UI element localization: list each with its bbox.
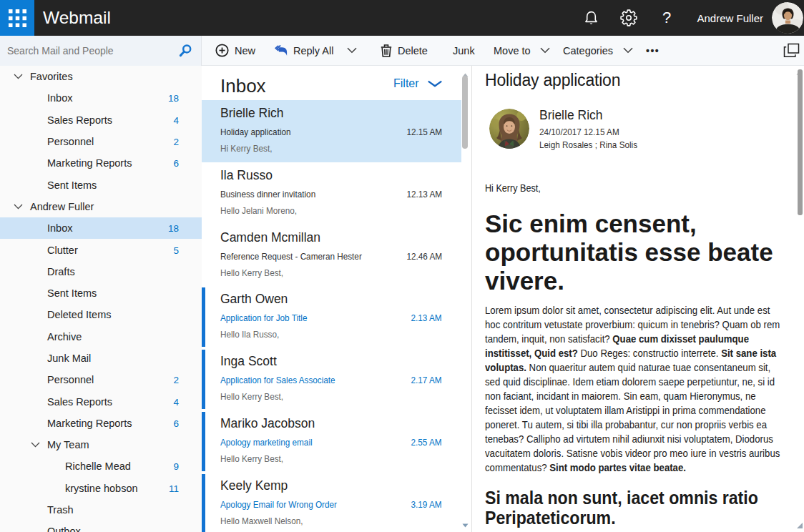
sender-avatar[interactable] — [489, 109, 529, 149]
move-to-label: Move to — [494, 45, 531, 56]
grid-icon — [8, 9, 27, 28]
junk-button[interactable]: Junk — [453, 36, 475, 65]
notifications-button[interactable] — [579, 0, 603, 36]
app-launcher-button[interactable] — [0, 0, 34, 36]
reading-pane-toggle[interactable] — [783, 36, 800, 65]
scrollbar-thumb[interactable] — [798, 69, 803, 215]
scrollbar-thumb[interactable] — [462, 76, 468, 149]
reading-scrollbar[interactable] — [796, 66, 804, 532]
message-recipients: Leigh Rosales ; Rina Solis — [539, 139, 637, 150]
sidebar-item-sales-reports[interactable]: Sales Reports 4 — [0, 390, 202, 412]
app-title: Webmail — [43, 0, 111, 36]
sidebar-item-personnel[interactable]: Personnel 2 — [0, 369, 202, 390]
scroll-down-icon[interactable] — [462, 518, 469, 531]
sidebar-section-favorites[interactable]: Favorites — [0, 66, 202, 87]
unread-count: 4 — [173, 114, 179, 125]
unread-count: 11 — [169, 483, 179, 493]
email-subject: Holiday application — [485, 71, 620, 90]
filter-label: Filter — [393, 77, 419, 90]
message-datetime: 24/10/2017 12.15 AM — [539, 127, 619, 137]
unread-count: 2 — [173, 375, 179, 385]
settings-button[interactable] — [617, 0, 641, 36]
sidebar-item-inbox[interactable]: Inbox 18 — [0, 217, 202, 239]
categories-label: Categories — [563, 45, 613, 56]
message-list-pane: Inbox Filter Brielle Rich Holiday applic… — [202, 66, 472, 532]
sidebar-item-outbox[interactable]: Outbox — [0, 521, 202, 532]
webmail-app: Webmail ? Andrew Fuller — [0, 0, 804, 532]
sidebar-item-sent-items[interactable]: Sent Items — [0, 282, 202, 304]
search-icon — [177, 43, 193, 59]
sidebar-item-richelle-mead[interactable]: Richelle Mead 9 — [0, 455, 202, 477]
junk-label: Junk — [453, 45, 475, 56]
resize-grip-icon — [797, 518, 803, 531]
list-scrollbar[interactable] — [461, 67, 469, 531]
sidebar-item-favorites-marketing-reports[interactable]: Marketing Reports 6 — [0, 152, 202, 174]
unread-indicator — [202, 474, 205, 532]
chevron-down-icon — [347, 47, 357, 54]
chevron-down-icon — [540, 47, 550, 54]
user-avatar-photo — [772, 2, 803, 34]
reply-all-button[interactable]: Reply All — [275, 36, 357, 65]
sidebar-item-archive[interactable]: Archive — [0, 326, 202, 348]
message-row-mariko-jacobson[interactable]: Mariko Jacobson Apology marketing email … — [202, 410, 461, 473]
message-row-inga-scott[interactable]: Inga Scott Application for Sales Associa… — [202, 348, 461, 410]
reply-all-dropdown[interactable] — [347, 47, 357, 54]
plus-circle-icon — [215, 44, 229, 57]
sender-avatar-photo — [489, 109, 529, 149]
chevron-down-icon[interactable] — [14, 74, 23, 79]
top-bar: Webmail ? Andrew Fuller — [0, 0, 804, 36]
message-row-garth-owen[interactable]: Garth Owen Application for Job Title 2.1… — [202, 286, 461, 348]
message-row-ila-russo[interactable]: Ila Russo Business dinner invitation 12.… — [202, 162, 461, 225]
unread-count: 18 — [168, 223, 179, 234]
overlap-windows-icon — [783, 43, 800, 58]
categories-dropdown[interactable] — [623, 47, 633, 54]
categories-button[interactable]: Categories — [563, 36, 633, 65]
sidebar-item-junk-mail[interactable]: Junk Mail — [0, 348, 202, 369]
new-button[interactable]: New — [215, 36, 255, 65]
unread-count: 9 — [173, 461, 179, 472]
sender-name[interactable]: Brielle Rich — [539, 108, 603, 123]
sidebar-item-krystine-hobson[interactable]: krystine hobson 11 — [0, 478, 202, 499]
sidebar-item-trash[interactable]: Trash — [0, 499, 202, 521]
search-button[interactable] — [170, 36, 201, 66]
chevron-down-icon[interactable] — [31, 442, 40, 448]
sidebar-section-andrew-fuller[interactable]: Andrew Fuller — [0, 196, 202, 217]
delete-button[interactable]: Delete — [381, 36, 428, 65]
message-row-brielle-rich[interactable]: Brielle Rich Holiday application 12.15 A… — [202, 100, 461, 162]
unread-count: 6 — [173, 158, 179, 169]
folder-sidebar: Favorites Inbox 18 Sales Reports 4 Perso… — [0, 66, 202, 532]
move-to-button[interactable]: Move to — [494, 36, 550, 65]
reading-pane: Holiday application — [473, 66, 804, 532]
message-row-keely-kemp[interactable]: Keely Kemp Apology Email for Wrong Order… — [202, 473, 461, 532]
move-to-dropdown[interactable] — [540, 47, 550, 54]
sidebar-item-deleted-items[interactable]: Deleted Items — [0, 304, 202, 325]
sidebar-item-drafts[interactable]: Drafts — [0, 261, 202, 282]
unread-indicator — [202, 412, 205, 471]
search-input[interactable]: Search Mail and People — [7, 45, 170, 56]
help-button[interactable]: ? — [655, 0, 679, 36]
sidebar-item-marketing-reports[interactable]: Marketing Reports 6 — [0, 413, 202, 434]
sidebar-item-clutter[interactable]: Clutter 5 — [0, 239, 202, 260]
user-name[interactable]: Andrew Fuller — [697, 0, 763, 36]
user-avatar[interactable] — [772, 2, 803, 34]
trash-icon — [381, 44, 392, 57]
sidebar-item-favorites-personnel[interactable]: Personnel 2 — [0, 131, 202, 152]
filter-button[interactable]: Filter — [393, 77, 443, 90]
help-icon: ? — [662, 9, 671, 27]
folder-title: Inbox — [220, 75, 266, 97]
sidebar-item-favorites-inbox[interactable]: Inbox 18 — [0, 87, 202, 109]
sidebar-item-favorites-sent-items[interactable]: Sent Items — [0, 174, 202, 195]
reply-all-icon — [275, 45, 288, 56]
unread-indicator — [202, 287, 205, 347]
unread-count: 5 — [173, 245, 179, 255]
message-heading-2: Si mala non sunt, iacet omnis ratio Peri… — [485, 488, 803, 528]
ellipsis-icon: ••• — [646, 45, 660, 56]
message-heading-1: Sic enim censent, oportunitatis esse bea… — [485, 210, 773, 295]
delete-label: Delete — [398, 45, 428, 56]
sidebar-item-favorites-sales-reports[interactable]: Sales Reports 4 — [0, 109, 202, 131]
search-box[interactable]: Search Mail and People — [0, 36, 202, 66]
message-row-camden-mcmillan[interactable]: Camden Mcmillan Reference Request - Came… — [202, 225, 461, 287]
sidebar-section-my-team[interactable]: My Team — [0, 434, 202, 455]
more-commands-button[interactable]: ••• — [646, 36, 660, 65]
chevron-down-icon[interactable] — [14, 204, 23, 210]
